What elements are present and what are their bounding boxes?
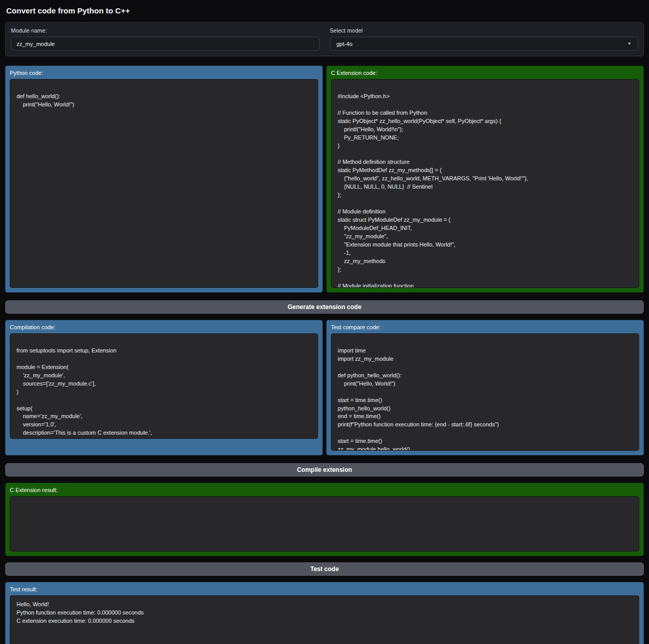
c-extension-result-panel: C Extension result:	[5, 483, 644, 556]
model-select-label: Select model	[330, 27, 639, 34]
compile-extension-button[interactable]: Compile extension	[5, 463, 644, 477]
module-name-input[interactable]	[11, 37, 320, 51]
c-extension-result-label: C Extension result:	[10, 487, 639, 493]
compilation-code-panel: Compilation code: from setuptools import…	[5, 320, 323, 455]
python-code-panel: Python code: def hello_world(): print("H…	[5, 66, 323, 293]
c-extension-code-panel: C Extension code: #include <Python.h> //…	[326, 66, 644, 293]
test-result-label: Test result:	[10, 586, 639, 592]
model-select[interactable]: gpt-4o ▼	[330, 37, 639, 51]
test-compare-code-textarea[interactable]: import time import zz_my_module def pyth…	[331, 333, 639, 451]
python-code-textarea[interactable]: def hello_world(): print("Hello, World!"…	[10, 79, 318, 288]
config-panel: Module name: Select model gpt-4o ▼	[5, 22, 644, 56]
code-row-top: Python code: def hello_world(): print("H…	[5, 66, 644, 293]
python-code-label: Python code:	[10, 70, 318, 76]
c-extension-code-textarea[interactable]: #include <Python.h> // Function to be ca…	[331, 79, 639, 288]
module-name-group: Module name:	[11, 27, 320, 51]
test-result-textarea[interactable]: Hello, World! Python function execution …	[10, 595, 639, 644]
module-name-label: Module name:	[11, 27, 320, 34]
model-select-value: gpt-4o	[337, 41, 353, 47]
test-compare-code-label: Test compare code:	[331, 324, 639, 330]
compilation-code-textarea[interactable]: from setuptools import setup, Extension …	[10, 333, 318, 439]
model-group: Select model gpt-4o ▼	[330, 27, 639, 51]
test-code-button[interactable]: Test code	[5, 562, 644, 576]
test-result-panel: Test result: Hello, World! Python functi…	[5, 582, 644, 644]
code-row-middle: Compilation code: from setuptools import…	[5, 320, 644, 455]
page-title: Convert code from Python to C++	[6, 6, 644, 15]
c-extension-result-textarea[interactable]	[10, 496, 639, 551]
c-extension-code-label: C Extension code:	[331, 70, 639, 76]
chevron-down-icon: ▼	[627, 41, 631, 46]
test-compare-code-panel: Test compare code: import time import zz…	[326, 320, 644, 455]
compilation-code-label: Compilation code:	[10, 324, 318, 330]
generate-extension-code-button[interactable]: Generate extension code	[5, 300, 644, 314]
app: Convert code from Python to C++ Module n…	[5, 6, 644, 644]
